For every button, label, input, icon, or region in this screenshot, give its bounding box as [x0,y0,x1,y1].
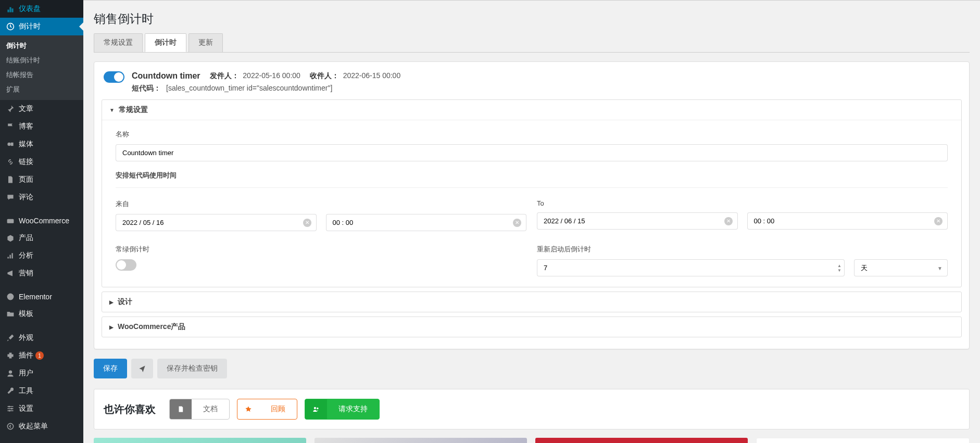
section-woocommerce: ▶ WooCommerce产品 [102,317,962,337]
submenu-item-checkout-report[interactable]: 结帐报告 [0,68,83,82]
section-title: 设计 [118,297,132,307]
save-check-button[interactable]: 保存并检查密钥 [157,359,227,378]
sidebar-label: 评论 [19,193,33,202]
sidebar-item-collapse[interactable]: 收起菜单 [0,417,83,435]
megaphone-icon [5,269,16,277]
restart-unit-select[interactable] [854,259,948,276]
sidebar-item-links[interactable]: 链接 [0,153,83,171]
to-date-input[interactable] [537,212,738,230]
section-general: ▼ 常规设置 名称 安排短代码使用时间 来自 [102,99,962,287]
sidebar-label: Elementor [19,293,52,301]
clear-icon[interactable]: ✕ [513,219,521,227]
svg-point-9 [314,407,316,409]
svg-point-6 [11,408,12,409]
evergreen-label: 常绿倒计时 [116,245,526,254]
restart-value-input[interactable] [537,259,845,276]
elementor-icon [5,293,16,301]
submenu-item-countdown[interactable]: 倒计时 [0,39,83,53]
sidebar-label: 插件 [19,351,33,360]
sidebar-item-settings[interactable]: 设置 [0,400,83,417]
link-icon [5,158,16,166]
shortcode-label: 短代码： [132,84,161,93]
sidebar-item-products[interactable]: 产品 [0,229,83,247]
from-date-input[interactable] [116,214,317,231]
clear-icon[interactable]: ✕ [724,217,733,225]
sidebar-label: WooCommerce [19,217,69,225]
promo-card[interactable]: eCommerce [535,438,748,443]
sidebar-label: 模板 [19,309,33,319]
tab-countdown[interactable]: 倒计时 [145,33,186,52]
sidebar-item-analytics[interactable]: 分析 [0,247,83,264]
sidebar-label: 倒计时 [19,22,41,31]
plugin-icon [5,351,16,360]
docs-button[interactable]: 文档 [169,399,230,420]
to-time-input[interactable] [747,212,948,230]
sidebar-label: 链接 [19,157,33,167]
sidebar-label: 媒体 [19,140,33,149]
promo-row: WOOCOMMERCE eCommerce WOOCOMMERCE [94,438,970,443]
section-general-header[interactable]: ▼ 常规设置 [102,100,961,120]
restart-label: 重新启动后倒计时 [537,245,948,254]
sidebar-item-marketing[interactable]: 营销 [0,264,83,282]
timer-header: Countdown timer 发件人： 2022-05-16 00:00 收件… [102,69,962,99]
review-label: 回顾 [259,399,297,419]
star-icon [237,399,259,419]
sidebar-item-blog[interactable]: 博客 [0,118,83,135]
sidebar-item-plugins[interactable]: 插件 1 [0,347,83,364]
tab-general[interactable]: 常规设置 [94,33,143,52]
evergreen-toggle[interactable] [116,259,136,271]
name-input[interactable] [116,144,948,161]
sidebar-item-media[interactable]: 媒体 [0,135,83,153]
sidebar-item-comments[interactable]: 评论 [0,188,83,206]
review-button[interactable]: 回顾 [237,399,297,420]
section-design-header[interactable]: ▶ 设计 [102,292,961,312]
caret-down-icon: ▼ [109,107,115,113]
pin-icon [5,105,16,113]
sidebar-item-templates[interactable]: 模板 [0,305,83,323]
sidebar-item-posts[interactable]: 文章 [0,100,83,118]
svg-point-10 [317,408,319,410]
promo-card[interactable]: WOOCOMMERCE [94,438,306,443]
tab-update[interactable]: 更新 [189,33,223,52]
collapse-icon [5,422,16,431]
sidebar-item-elementor[interactable]: Elementor [0,288,83,305]
media-icon [5,140,16,148]
analytics-icon [5,251,16,260]
timer-enable-toggle[interactable] [104,71,124,83]
sidebar-item-tools[interactable]: 工具 [0,382,83,400]
clock-icon [5,22,16,31]
to-value: 2022-06-15 00:00 [343,71,401,80]
submenu-item-checkout-countdown[interactable]: 结账倒计时 [0,53,83,68]
send-icon-button[interactable] [131,359,153,378]
sidebar-item-dashboard[interactable]: 仪表盘 [0,0,83,18]
sidebar-label: 博客 [19,122,33,131]
section-woocommerce-header[interactable]: ▶ WooCommerce产品 [102,317,961,337]
name-label: 名称 [116,130,948,139]
timer-card: Countdown timer 发件人： 2022-05-16 00:00 收件… [94,61,970,349]
promo-card[interactable]: WOOCOMMERCE [756,438,970,443]
svg-point-8 [7,423,13,429]
number-spinner[interactable]: ▲▼ [837,263,841,273]
save-button[interactable]: 保存 [94,359,127,378]
sidebar-item-countdown[interactable]: 倒计时 [0,18,83,35]
sidebar-item-woocommerce[interactable]: WooCommerce [0,212,83,229]
clear-icon[interactable]: ✕ [934,217,943,225]
from-value: 2022-05-16 00:00 [243,71,300,80]
from-time-input[interactable] [326,214,527,231]
clear-icon[interactable]: ✕ [303,219,311,227]
comment-icon [5,193,16,201]
sidebar-label: 营销 [19,269,33,278]
sidebar-label: 工具 [19,386,33,396]
promo-card[interactable] [315,438,527,443]
submenu-item-extensions[interactable]: 扩展 [0,82,83,97]
support-button[interactable]: 请求支持 [305,399,380,420]
sidebar-item-users[interactable]: 用户 [0,364,83,382]
sidebar-item-pages[interactable]: 页面 [0,171,83,188]
page-title: 销售倒计时 [94,1,970,33]
to-field-label: To [537,199,948,207]
sidebar-label: 分析 [19,251,33,260]
sidebar-item-appearance[interactable]: 外观 [0,329,83,347]
caret-right-icon: ▶ [109,324,114,330]
folder-icon [5,310,16,318]
svg-point-3 [7,294,14,300]
